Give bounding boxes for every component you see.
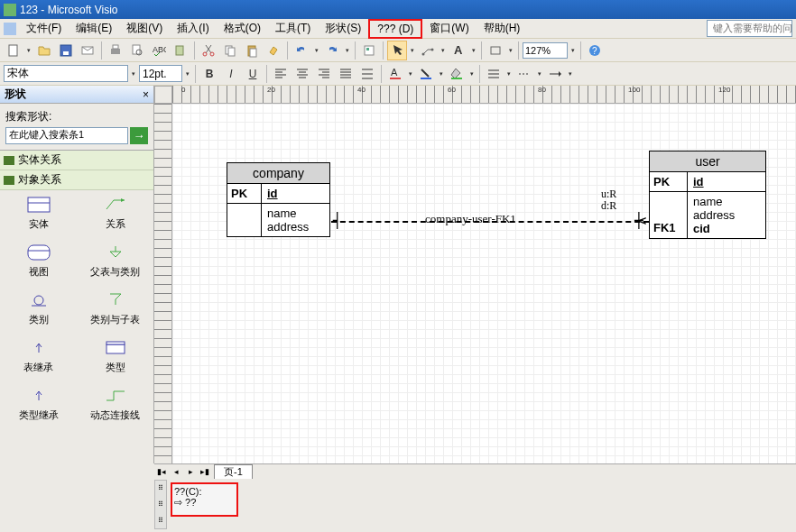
entity-company-title: company [227, 163, 329, 184]
zoom-input[interactable]: 127% [523, 42, 568, 59]
research-button[interactable] [171, 41, 190, 60]
spelling-button[interactable]: ABC [149, 41, 169, 60]
shape-dynamic-connector[interactable]: 动态连接线 [83, 387, 148, 422]
line-pattern-button[interactable] [514, 64, 534, 84]
connector-dropdown[interactable]: ▾ [440, 42, 447, 59]
rel-d-label: d:R [601, 199, 616, 213]
menu-edit[interactable]: 编辑(E) [69, 19, 119, 38]
entity-company[interactable]: company PK id name address [227, 162, 330, 237]
shape-category[interactable]: 类别 [6, 291, 71, 326]
font-select[interactable]: 宋体 [4, 65, 128, 82]
pointer-dropdown[interactable]: ▾ [409, 42, 416, 59]
lineweight-dropdown[interactable]: ▾ [505, 66, 513, 82]
align-center-button[interactable] [292, 64, 312, 84]
lineends-dropdown[interactable]: ▾ [567, 66, 574, 82]
page-tab-1[interactable]: 页-1 [214, 464, 253, 479]
linecolor-dropdown[interactable]: ▾ [438, 66, 445, 82]
shapes-panel-close-icon[interactable]: × [143, 88, 149, 101]
menu-database[interactable]: ??? (D) [368, 19, 422, 39]
svg-point-19 [431, 48, 434, 50]
new-dropdown[interactable]: ▾ [25, 42, 32, 59]
redo-button[interactable] [322, 41, 342, 60]
shape-category-child[interactable]: 类别与子表 [83, 291, 148, 326]
shape-type[interactable]: 类型 [83, 339, 148, 374]
svg-point-32 [34, 296, 43, 305]
undo-button[interactable] [292, 41, 311, 60]
linepattern-dropdown[interactable]: ▾ [536, 66, 543, 82]
italic-button[interactable]: I [221, 64, 241, 84]
menu-help[interactable]: 帮助(H) [477, 19, 528, 38]
font-size-select[interactable]: 12pt. [139, 65, 182, 82]
canvas[interactable]: company PK id name address user PK [172, 104, 796, 463]
line-weight-button[interactable] [484, 64, 504, 84]
fontsize-dropdown[interactable]: ▾ [184, 66, 191, 82]
shapes-search-go-button[interactable]: → [130, 127, 148, 144]
shapes-panel-title: 形状 [5, 87, 26, 102]
bold-button[interactable]: B [199, 64, 219, 84]
app-title: 123 - Microsoft Visio [20, 4, 118, 16]
fontcolor-dropdown[interactable]: ▾ [407, 66, 414, 82]
entity-company-pk-label: PK [227, 184, 262, 203]
align-left-button[interactable] [271, 64, 291, 84]
shape-relationship[interactable]: 关系 [83, 196, 148, 231]
text-tool-button[interactable]: A [449, 41, 468, 60]
output-panel-grip[interactable]: ⠿⠿⠿ [154, 480, 167, 529]
toolbar-standard: ▾ ABC ▾ ▾ ▾ ▾ A▾ ▾ 127%▾ ? [0, 39, 796, 62]
stencil-object-relationship[interactable]: 对象关系 [0, 170, 153, 190]
print-button[interactable] [106, 41, 125, 60]
menu-window[interactable]: 窗口(W) [422, 19, 476, 38]
undo-dropdown[interactable]: ▾ [313, 42, 320, 59]
new-button[interactable] [4, 41, 23, 60]
tab-nav-last-button[interactable]: ▸▮ [198, 464, 212, 479]
cut-button[interactable] [199, 41, 218, 60]
menu-file[interactable]: 文件(F) [19, 19, 69, 38]
rel-end-many-icon: ┼< [634, 212, 641, 229]
save-button[interactable] [56, 41, 76, 60]
zoom-dropdown[interactable]: ▾ [569, 42, 577, 59]
ruler-vertical [154, 104, 172, 463]
menu-tools[interactable]: 工具(T) [268, 19, 318, 38]
copy-button[interactable] [220, 41, 240, 60]
tab-nav-first-button[interactable]: ▮◂ [154, 464, 169, 479]
shape-parent-category[interactable]: 父表与类别 [83, 243, 148, 279]
text-dropdown[interactable]: ▾ [470, 42, 477, 59]
menu-format[interactable]: 格式(O) [217, 19, 268, 38]
paste-button[interactable] [242, 41, 262, 60]
line-color-button[interactable] [416, 64, 436, 84]
pointer-tool-button[interactable] [387, 41, 407, 60]
distribute-button[interactable] [357, 64, 377, 84]
shape-table-inherit[interactable]: 表继承 [6, 339, 71, 374]
underline-button[interactable]: U [243, 64, 263, 84]
help-search-input[interactable]: 键入需要帮助的问 [707, 20, 792, 37]
shape-type-inherit[interactable]: 类型继承 [6, 387, 71, 422]
redo-dropdown[interactable]: ▾ [344, 42, 351, 59]
font-color-button[interactable]: A [385, 64, 405, 84]
email-button[interactable] [78, 41, 97, 60]
shape-view[interactable]: 视图 [6, 243, 71, 279]
align-justify-button[interactable] [336, 64, 356, 84]
menu-insert[interactable]: 插入(I) [170, 19, 216, 38]
menu-view[interactable]: 视图(V) [119, 19, 170, 38]
painter-button[interactable] [264, 41, 283, 60]
align-right-button[interactable] [314, 64, 334, 84]
help-button[interactable]: ? [585, 41, 605, 60]
rect-dropdown[interactable]: ▾ [507, 42, 514, 59]
entity-user[interactable]: user PK id FK1 name address cid [649, 151, 766, 239]
tab-nav-next-button[interactable]: ▸ [183, 464, 198, 479]
shapes-search-input[interactable]: 在此键入搜索条1 [5, 127, 128, 144]
stencil-entity-relationship[interactable]: 实体关系 [0, 151, 153, 170]
line-ends-button[interactable] [545, 64, 565, 84]
shapes-window-button[interactable] [359, 41, 379, 60]
fill-color-button[interactable] [447, 64, 467, 84]
svg-rect-9 [176, 46, 183, 55]
menu-shapes[interactable]: 形状(S) [318, 19, 368, 38]
rectangle-tool-button[interactable] [486, 41, 505, 60]
fillcolor-dropdown[interactable]: ▾ [468, 66, 476, 82]
open-button[interactable] [34, 41, 54, 60]
shape-entity[interactable]: 实体 [6, 196, 71, 231]
connector-tool-button[interactable] [418, 41, 438, 60]
font-dropdown[interactable]: ▾ [130, 66, 137, 82]
menu-handle-icon [4, 23, 16, 35]
tab-nav-prev-button[interactable]: ◂ [169, 464, 183, 479]
preview-button[interactable] [127, 41, 147, 60]
